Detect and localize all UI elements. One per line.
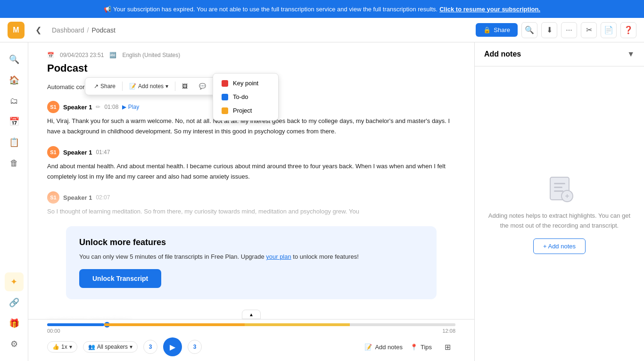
project-label: Project <box>233 107 252 114</box>
waveform-colors <box>104 323 455 326</box>
sidebar-item-calendar[interactable]: 📅 <box>5 112 24 131</box>
breadcrumb-parent[interactable]: Dashboard <box>52 26 84 34</box>
notes-panel-title: Add notes <box>484 50 521 58</box>
player-add-notes-button[interactable]: 📝 Add notes <box>364 344 403 351</box>
add-notes-button[interactable]: + Add notes <box>533 238 586 254</box>
tips-button[interactable]: 📍 Tips <box>410 344 432 351</box>
download-button[interactable]: ⬇ <box>541 22 557 38</box>
toolbar-notes-dropdown: ▾ <box>165 83 168 90</box>
unlock-transcript-button[interactable]: Unlock Transcript <box>79 269 161 288</box>
search-header-button[interactable]: 🔍 <box>521 22 537 38</box>
unlock-title: Unlock more features <box>79 238 423 247</box>
notes-player-icon: 📝 <box>364 344 372 351</box>
time-display: 00:00 12:08 <box>47 328 455 334</box>
project-dot <box>222 107 228 114</box>
total-time: 12:08 <box>442 328 455 334</box>
toolbar-share-label: Share <box>100 83 116 90</box>
header-actions: 🔒 Share 🔍 ⬇ ··· ✂ 📄 ❓ <box>476 22 636 38</box>
toolbar-add-notes-button[interactable]: 📝 Add notes ▾ <box>124 81 173 92</box>
notes-player-label: Add notes <box>375 344 403 351</box>
transcript-language: English (United States) <box>122 52 180 58</box>
share-label: Share <box>494 26 510 33</box>
sidebar-item-gift[interactable]: 🎁 <box>5 314 24 333</box>
toolbar-comment-button[interactable]: 💬 <box>194 81 211 92</box>
notes-dropdown-menu: Key point To-do Project <box>213 73 279 121</box>
speed-value: 1x <box>61 344 67 350</box>
transcript-date: 09/04/2023 23:51 <box>60 52 104 58</box>
toolbar-popup: ↗ Share 📝 Add notes ▾ 🖼 💬 🗑 <box>85 77 232 95</box>
unlock-description: You can only view 5 minutes of file tran… <box>79 252 423 262</box>
more-options-button[interactable]: ··· <box>561 22 577 38</box>
progress-track[interactable] <box>47 323 455 326</box>
sidebar-item-integrations[interactable]: 🔗 <box>5 293 24 312</box>
player-right: 📝 Add notes 📍 Tips ⊞ <box>364 339 455 355</box>
speakers-label: All speakers <box>97 344 128 350</box>
help-button[interactable]: ❓ <box>620 22 636 38</box>
speaker-name-1: Speaker 1 <box>63 104 92 111</box>
sidebar-toggle-button[interactable]: ❮ <box>30 22 46 38</box>
banner-icon: 📢 <box>104 6 111 13</box>
skip-forward-button[interactable]: 3 <box>188 340 202 354</box>
toolbar-divider-2 <box>175 82 175 91</box>
toolbar-share-button[interactable]: ↗ Share <box>89 81 120 92</box>
share-icon: 🔒 <box>483 26 491 33</box>
collapse-button[interactable]: ▲ <box>242 310 261 319</box>
play-btn-1[interactable]: ▶ Play <box>122 104 139 110</box>
progress-section <box>47 320 455 328</box>
transcript-area: 📅 09/04/2023 23:51 🔤 English (United Sta… <box>28 42 474 319</box>
dropdown-item-todo[interactable]: To-do <box>216 90 275 104</box>
main-layout: 🔍 🏠 🗂 📅 📋 🗑 ✦ 🔗 🎁 ⚙ 📅 09/04/2023 23:51 🔤… <box>0 42 644 361</box>
unlock-box: Unlock more features You can only view 5… <box>66 226 437 299</box>
progress-fill <box>47 323 104 326</box>
sidebar-item-ai[interactable]: ✦ <box>5 272 24 291</box>
speaker-time-2: 01:47 <box>96 149 110 156</box>
language-icon: 🔤 <box>109 52 116 58</box>
header: M ❮ Dashboard / Podcast 🔒 Share 🔍 ⬇ ··· … <box>0 18 644 42</box>
share-button[interactable]: 🔒 Share <box>476 23 518 37</box>
sidebar-item-trash[interactable]: 🗑 <box>5 154 24 172</box>
breadcrumb-separator: / <box>87 26 89 34</box>
todo-label: To-do <box>233 93 248 100</box>
notes-empty-text: Adding notes helps to extract highlights… <box>484 211 635 231</box>
transcript-meta: 📅 09/04/2023 23:51 🔤 English (United Sta… <box>47 52 455 58</box>
unlock-overlay: Unlock more features You can only view 5… <box>47 189 455 313</box>
speakers-filter-button[interactable]: 👥 All speakers ▾ <box>83 341 138 353</box>
right-panel-header: Add notes ▼ <box>475 42 644 66</box>
banner-link[interactable]: Click to resume your subscription. <box>439 6 540 13</box>
edit-icon-1[interactable]: ✏ <box>96 104 100 110</box>
upgrade-link[interactable]: your plan <box>266 253 291 260</box>
scissors-button[interactable]: ✂ <box>581 22 597 38</box>
speaker-time-1: 01:08 <box>104 104 118 110</box>
speed-button[interactable]: 👍 1x ▾ <box>47 341 77 353</box>
skip-back-button[interactable]: 3 <box>143 340 157 354</box>
play-pause-button[interactable]: ▶ <box>163 337 182 356</box>
speakers-icon: 👥 <box>88 344 95 350</box>
todo-dot <box>222 94 228 100</box>
notes-header-button[interactable]: 📄 <box>601 22 617 38</box>
sidebar-item-settings[interactable]: ⚙ <box>5 335 24 353</box>
calendar-icon: 📅 <box>47 52 54 58</box>
sidebar-item-home[interactable]: 🏠 <box>5 71 24 90</box>
toolbar-image-button[interactable]: 🖼 <box>177 81 192 92</box>
tips-icon: 📍 <box>410 344 418 351</box>
toolbar-notes-label: Add notes <box>138 83 164 90</box>
speaker-text-2: And about mental health. And about menta… <box>47 161 455 182</box>
player-controls: 👍 1x ▾ 👥 All speakers ▾ 3 ▶ 3 <box>47 337 455 361</box>
breadcrumb: Dashboard / Podcast <box>52 26 116 34</box>
right-panel: Add notes ▼ Adding notes helps to extrac… <box>474 42 644 361</box>
dropdown-item-keypoint[interactable]: Key point <box>216 76 275 90</box>
filter-icon: ▼ <box>627 50 635 58</box>
tips-label: Tips <box>421 344 432 351</box>
subscription-banner: 📢 Your subscription has expired. You are… <box>0 0 644 18</box>
player-bar: 00:00 12:08 👍 1x ▾ 👥 All speakers ▾ 3 ▶ <box>28 319 474 361</box>
thumbs-up-speed: 👍 <box>52 344 59 350</box>
notes-filter-button[interactable]: ▼ <box>627 50 635 58</box>
sidebar-item-transcripts[interactable]: 📋 <box>5 133 24 152</box>
banner-message: Your subscription has expired. You are n… <box>113 6 438 13</box>
svg-rect-3 <box>554 190 563 192</box>
dropdown-item-project[interactable]: Project <box>216 104 275 117</box>
expand-button[interactable]: ⊞ <box>439 339 455 355</box>
share-icon-toolbar: ↗ <box>94 83 99 90</box>
sidebar-item-files[interactable]: 🗂 <box>5 91 24 110</box>
sidebar-item-search[interactable]: 🔍 <box>5 50 24 69</box>
